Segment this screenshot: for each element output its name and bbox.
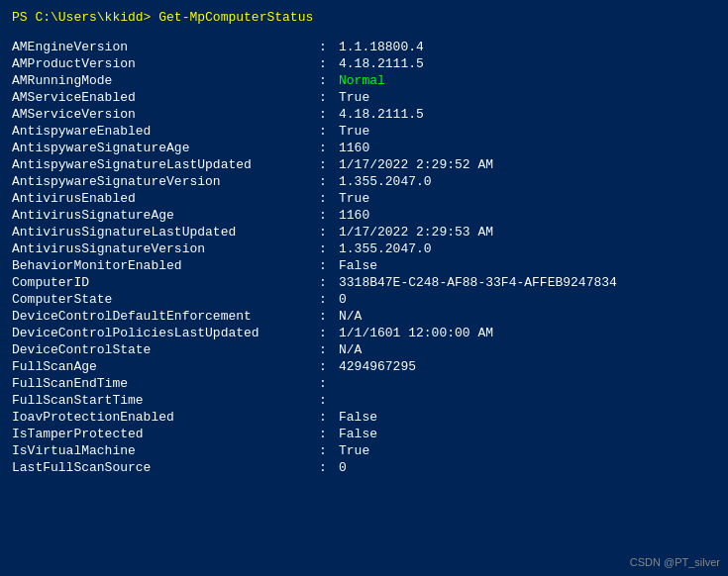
table-row: ComputerState:0 [12,291,716,308]
value-cell: True [339,123,716,140]
sep-cell: : [319,341,339,358]
value-cell: N/A [339,308,716,325]
key-cell: AntivirusSignatureAge [12,207,319,224]
command-line: PS C:\Users\kkidd> Get-MpComputerStatus [12,10,716,25]
table-row: FullScanAge:4294967295 [12,358,716,375]
table-row: IoavProtectionEnabled:False [12,409,716,426]
table-row: DeviceControlPoliciesLastUpdated:1/1/160… [12,325,716,341]
table-row: FullScanStartTime: [12,392,716,409]
value-cell: N/A [339,341,716,358]
value-cell: 4294967295 [339,358,716,375]
key-cell: AMRunningMode [12,72,319,89]
key-cell: AMServiceEnabled [12,89,319,106]
sep-cell: : [319,55,339,72]
sep-cell: : [319,39,339,55]
sep-cell: : [319,190,339,207]
sep-cell: : [319,274,339,291]
sep-cell: : [319,123,339,140]
value-cell: 4.18.2111.5 [339,106,716,123]
key-cell: BehaviorMonitorEnabled [12,257,319,274]
key-cell: IoavProtectionEnabled [12,409,319,426]
value-cell: True [339,89,716,106]
key-cell: AntivirusEnabled [12,190,319,207]
key-cell: ComputerState [12,291,319,308]
value-cell: Normal [339,72,716,89]
value-cell: False [339,409,716,426]
table-row: DeviceControlDefaultEnforcement:N/A [12,308,716,325]
table-row: ComputerID:3318B47E-C248-AF88-33F4-AFFEB… [12,274,716,291]
key-cell: ComputerID [12,274,319,291]
sep-cell: : [319,442,339,459]
value-cell: True [339,442,716,459]
terminal-window: PS C:\Users\kkidd> Get-MpComputerStatus … [0,0,728,576]
table-row: AntivirusSignatureAge:1160 [12,207,716,224]
sep-cell: : [319,325,339,341]
key-cell: DeviceControlPoliciesLastUpdated [12,325,319,341]
sep-cell: : [319,392,339,409]
value-cell: 1160 [339,140,716,156]
key-cell: LastFullScanSource [12,459,319,476]
table-row: LastFullScanSource:0 [12,459,716,476]
key-cell: DeviceControlState [12,341,319,358]
sep-cell: : [319,140,339,156]
key-cell: FullScanAge [12,358,319,375]
table-row: AntispywareSignatureLastUpdated:1/17/202… [12,156,716,173]
value-cell: 1/17/2022 2:29:53 AM [339,224,716,240]
table-row: FullScanEndTime: [12,375,716,392]
value-cell: 1.1.18800.4 [339,39,716,55]
sep-cell: : [319,459,339,476]
sep-cell: : [319,173,339,190]
table-row: AntispywareSignatureAge:1160 [12,140,716,156]
value-cell: 1/1/1601 12:00:00 AM [339,325,716,341]
sep-cell: : [319,426,339,442]
watermark: CSDN @PT_silver [630,556,720,568]
value-cell [339,375,716,392]
value-cell: False [339,426,716,442]
value-cell [339,392,716,409]
key-cell: AntivirusSignatureVersion [12,240,319,257]
table-row: DeviceControlState:N/A [12,341,716,358]
value-cell: 1.355.2047.0 [339,240,716,257]
table-row: AMServiceEnabled:True [12,89,716,106]
sep-cell: : [319,106,339,123]
output-table: AMEngineVersion:1.1.18800.4AMProductVers… [12,39,716,476]
key-cell: FullScanStartTime [12,392,319,409]
sep-cell: : [319,257,339,274]
table-row: AntivirusSignatureVersion:1.355.2047.0 [12,240,716,257]
table-row: AntivirusEnabled:True [12,190,716,207]
value-cell: 0 [339,291,716,308]
sep-cell: : [319,409,339,426]
key-cell: AntivirusSignatureLastUpdated [12,224,319,240]
sep-cell: : [319,240,339,257]
sep-cell: : [319,89,339,106]
table-row: AMServiceVersion:4.18.2111.5 [12,106,716,123]
sep-cell: : [319,375,339,392]
sep-cell: : [319,72,339,89]
key-cell: DeviceControlDefaultEnforcement [12,308,319,325]
sep-cell: : [319,207,339,224]
sep-cell: : [319,156,339,173]
table-row: AntispywareEnabled:True [12,123,716,140]
sep-cell: : [319,358,339,375]
value-cell: 1160 [339,207,716,224]
key-cell: AMProductVersion [12,55,319,72]
table-row: AntivirusSignatureLastUpdated:1/17/2022 … [12,224,716,240]
key-cell: AMEngineVersion [12,39,319,55]
key-cell: FullScanEndTime [12,375,319,392]
sep-cell: : [319,224,339,240]
table-row: IsTamperProtected:False [12,426,716,442]
key-cell: AntispywareSignatureVersion [12,173,319,190]
table-row: BehaviorMonitorEnabled:False [12,257,716,274]
table-row: AMProductVersion:4.18.2111.5 [12,55,716,72]
key-cell: IsVirtualMachine [12,442,319,459]
key-cell: AMServiceVersion [12,106,319,123]
value-cell: 3318B47E-C248-AF88-33F4-AFFEB9247834 [339,274,716,291]
value-cell: True [339,190,716,207]
value-cell: False [339,257,716,274]
value-cell: 1/17/2022 2:29:52 AM [339,156,716,173]
sep-cell: : [319,291,339,308]
table-row: AMRunningMode:Normal [12,72,716,89]
value-cell: 4.18.2111.5 [339,55,716,72]
table-row: AMEngineVersion:1.1.18800.4 [12,39,716,55]
table-row: AntispywareSignatureVersion:1.355.2047.0 [12,173,716,190]
